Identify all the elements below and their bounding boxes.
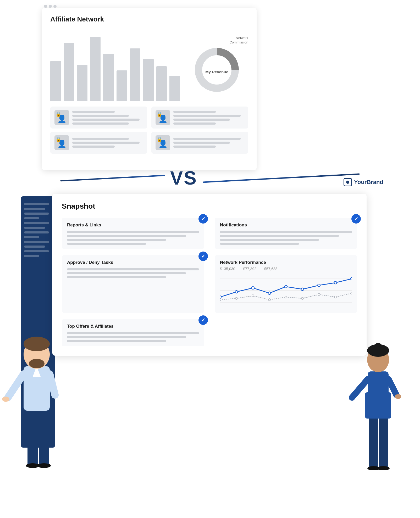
donut-center-label: My Revenue [205,69,228,75]
svg-point-22 [351,292,352,294]
profile-line [72,119,140,121]
bar-6 [117,70,127,101]
network-commission-label: NetworkCommission [229,36,248,45]
sidebar-line [24,236,39,238]
profile-line [72,122,129,125]
lock-icon-4: 🔒 [157,136,162,142]
reports-links-check: ✓ [198,214,208,224]
approve-deny-lines [67,268,199,278]
snap-line [67,336,186,338]
profile-cards-row-2: 🔒 👤 🔒 👤 [50,132,248,154]
svg-point-6 [235,291,238,293]
notifications-title: Notifications [220,222,352,228]
svg-point-34 [2,397,9,402]
top-offers-check: ✓ [198,315,208,325]
sidebar-line [24,208,45,210]
profile-line [173,115,241,117]
vs-line-right [203,173,360,183]
profile-line [173,142,230,144]
notifications-check: ✓ [351,214,361,224]
svg-point-19 [301,297,303,299]
top-offers-lines [67,332,199,342]
svg-point-43 [395,394,401,399]
bar-9 [156,66,167,101]
top-offers-section: ✓ Top Offers & Affiliates [62,319,204,346]
reports-links-section: ✓ Reports & Links [62,218,204,249]
your-brand-label: YourBrand [354,179,383,186]
svg-point-20 [318,293,320,296]
snap-line [220,239,319,241]
chart-area: NetworkCommission My Revenue [50,28,248,101]
snap-line [220,235,339,237]
profile-card-2: 🔒 👤 [151,107,248,129]
snapshot-grid: ✓ Reports & Links ✓ Notifications ✓ Ap [62,218,357,346]
brand-dot [346,181,349,184]
profile-line [72,138,129,140]
reports-links-title: Reports & Links [67,222,199,228]
notifications-lines [220,231,352,245]
approve-deny-check: ✓ [198,252,208,261]
snap-line [220,231,352,233]
profile-lines-3 [72,138,143,148]
profile-avatar-1: 🔒 👤 [54,110,69,125]
snap-line [67,340,166,342]
svg-point-11 [318,284,320,287]
profile-avatar-2: 🔒 👤 [156,110,170,125]
bar-7 [130,48,141,101]
profile-avatar-4: 🔒 👤 [156,135,170,150]
snap-line [67,235,186,237]
snapshot-card: Snapshot ✓ Reports & Links ✓ Notificatio… [52,194,367,356]
sidebar-line [24,241,49,243]
bar-10 [169,76,180,101]
profile-line [173,146,216,148]
sidebar-line [24,255,39,257]
profile-line [72,111,115,113]
approve-deny-title: Approve / Deny Tasks [67,260,199,265]
snap-line [67,243,146,245]
sidebar-lines [24,203,52,257]
snap-line [67,272,186,274]
lock-icon-3: 🔒 [56,136,61,142]
svg-point-13 [351,277,352,280]
person-left [0,282,73,518]
snap-line [67,239,166,241]
bar-8 [143,59,154,101]
browser-dot-green [53,5,57,8]
browser-bar [44,4,253,9]
svg-line-29 [8,374,24,398]
snapshot-title: Snapshot [62,202,357,210]
profile-card-4: 🔒 👤 [151,132,248,154]
svg-point-21 [334,296,336,298]
line-chart-svg [220,274,352,308]
reports-links-lines [67,231,199,245]
affiliate-network-title: Affiliate Network [50,15,248,23]
affiliate-network-card: Affiliate Network NetworkCommission [42,8,257,170]
sidebar-line [24,246,45,248]
snap-line [67,268,199,270]
profile-card-3: 🔒 👤 [50,132,147,154]
network-performance-title: Network Performance [220,260,352,265]
network-performance-section: Network Performance $135,030 $77,392 $57… [215,255,357,313]
svg-rect-24 [39,408,49,466]
svg-point-18 [285,296,287,298]
network-performance-values: $135,030 $77,392 $57,638 [220,267,352,271]
svg-rect-39 [365,392,391,419]
svg-point-46 [374,343,382,350]
svg-point-14 [220,299,221,301]
svg-point-32 [24,337,50,351]
profile-line [173,138,241,140]
profile-lines-1 [72,111,143,125]
svg-point-15 [235,297,237,299]
brand-icon [344,178,352,186]
profile-line [72,142,140,144]
browser-dot-yellow [49,5,52,8]
profile-line [173,122,216,125]
svg-point-8 [268,292,271,294]
net-perf-val-2: $77,392 [243,267,256,271]
net-perf-val-1: $135,030 [220,267,235,271]
approve-deny-section: ✓ Approve / Deny Tasks [62,255,204,313]
vs-text: VS [170,167,197,189]
bar-1 [50,61,61,101]
profile-lines-4 [173,138,244,148]
svg-point-16 [252,295,254,297]
